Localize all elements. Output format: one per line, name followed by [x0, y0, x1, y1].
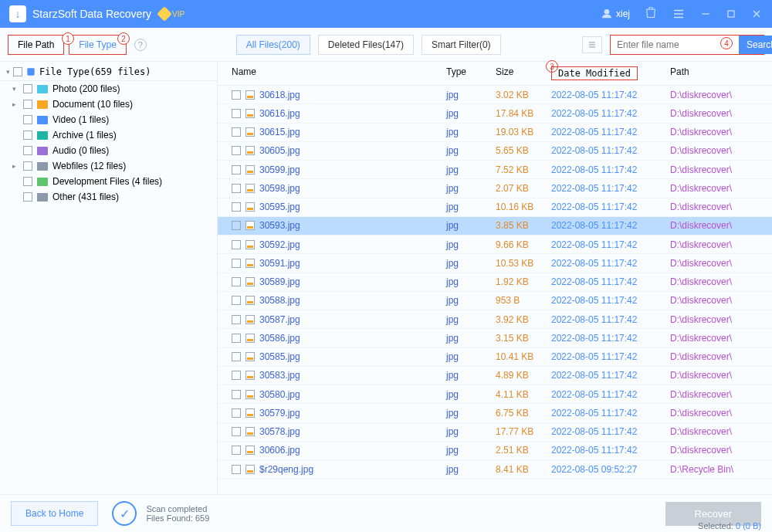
tree-item[interactable]: ▸Webfiles (12 files) [0, 158, 217, 174]
svg-rect-1 [728, 11, 734, 17]
file-icon [245, 371, 255, 380]
table-row[interactable]: 30588.jpgjpg953 B2022-08-05 11:17:42D:\d… [218, 292, 772, 310]
file-icon [245, 146, 255, 155]
checkbox[interactable] [232, 390, 241, 399]
tree-item[interactable]: Archive (1 files) [0, 127, 217, 143]
checkbox[interactable] [23, 192, 32, 202]
view-mode-toggle[interactable] [582, 36, 602, 53]
table-row[interactable]: 30593.jpgjpg3.85 KB2022-08-05 11:17:42D:… [218, 217, 772, 236]
table-row[interactable]: 30605.jpgjpg5.65 KB2022-08-05 11:17:42D:… [218, 142, 772, 161]
file-list: Name Type Size Date Modified Path 30618.… [218, 62, 772, 494]
table-row[interactable]: 30580.jpgjpg4.11 KB2022-08-05 11:17:42D:… [218, 385, 772, 404]
checkbox[interactable] [232, 408, 241, 418]
checkbox[interactable] [232, 127, 241, 137]
table-row[interactable]: 30599.jpgjpg7.52 KB2022-08-05 11:17:42D:… [218, 161, 772, 179]
checkbox[interactable] [232, 352, 241, 361]
table-row[interactable]: 30616.jpgjpg17.84 KB2022-08-05 11:17:42D… [218, 104, 772, 123]
selected-info: Selected: 0 (0 B) [698, 521, 761, 530]
scan-status: Scan completed [146, 504, 209, 513]
checkbox[interactable] [232, 90, 241, 100]
checkbox[interactable] [23, 146, 32, 155]
cart-icon[interactable] [644, 7, 658, 21]
file-icon [245, 334, 255, 343]
tree-item[interactable]: ▾Photo (200 files) [0, 81, 217, 97]
table-row[interactable]: 30578.jpgjpg17.77 KB2022-08-05 11:17:42D… [218, 423, 772, 442]
checkbox[interactable] [23, 100, 32, 109]
folder-icon [37, 147, 48, 155]
file-icon [245, 446, 255, 455]
checkbox[interactable] [232, 259, 241, 268]
minimize-icon[interactable] [699, 8, 712, 20]
table-row[interactable]: 30598.jpgjpg2.07 KB2022-08-05 11:17:42D:… [218, 179, 772, 198]
filter-deleted-files[interactable]: Deleted Files(147) [318, 35, 414, 55]
table-row[interactable]: 30583.jpgjpg4.89 KB2022-08-05 11:17:42D:… [218, 367, 772, 385]
table-row[interactable]: 30615.jpgjpg19.03 KB2022-08-05 11:17:42D… [218, 124, 772, 142]
filter-all-files[interactable]: All Files(200) [236, 35, 310, 55]
checkbox[interactable] [13, 67, 22, 76]
checkbox[interactable] [232, 296, 241, 305]
checkbox[interactable] [232, 202, 241, 212]
col-name[interactable]: Name [218, 66, 446, 80]
annotation-4: 4 [720, 37, 733, 49]
help-icon[interactable]: ? [134, 39, 147, 51]
user-account[interactable]: xiej [601, 8, 630, 20]
checkbox[interactable] [232, 146, 241, 155]
tree-item[interactable]: Video (1 files) [0, 112, 217, 127]
checkbox[interactable] [23, 177, 32, 186]
checkbox[interactable] [232, 371, 241, 380]
col-date[interactable]: Date Modified [551, 66, 670, 80]
table-row[interactable]: 30587.jpgjpg3.92 KB2022-08-05 11:17:42D:… [218, 310, 772, 329]
col-type[interactable]: Type [446, 66, 496, 80]
folder-icon [37, 178, 48, 186]
checkbox[interactable] [232, 446, 241, 455]
folder-icon [37, 100, 48, 109]
file-icon [245, 427, 255, 436]
table-row[interactable]: $r29qeng.jpgjpg8.41 KB2022-08-05 09:52:2… [218, 460, 772, 479]
checkbox[interactable] [23, 84, 32, 93]
table-row[interactable]: 30618.jpgjpg3.02 KB2022-08-05 11:17:42D:… [218, 86, 772, 104]
file-icon [245, 221, 255, 230]
tab-file-path[interactable]: File Path [8, 35, 64, 55]
checkbox[interactable] [232, 165, 241, 175]
checkbox[interactable] [232, 334, 241, 343]
tree-item[interactable]: ▸Document (10 files) [0, 97, 217, 112]
menu-icon[interactable] [672, 7, 686, 21]
table-row[interactable]: 30586.jpgjpg3.15 KB2022-08-05 11:17:42D:… [218, 329, 772, 347]
file-icon [245, 240, 255, 249]
filter-smart[interactable]: Smart Filter(0) [422, 35, 501, 55]
table-row[interactable]: 30606.jpgjpg2.51 KB2022-08-05 11:17:42D:… [218, 442, 772, 460]
search-input[interactable] [611, 36, 739, 54]
checkbox[interactable] [232, 465, 241, 474]
checkbox[interactable] [232, 315, 241, 324]
col-size[interactable]: Size [496, 66, 551, 80]
title-bar: ↓ StarzSoft Data Recovery VIP xiej [0, 0, 772, 28]
search-button[interactable]: Search [739, 36, 772, 54]
checkbox[interactable] [23, 161, 32, 171]
checkbox[interactable] [23, 115, 32, 124]
col-path[interactable]: Path [670, 66, 772, 80]
file-icon [245, 184, 255, 193]
svg-point-0 [604, 10, 608, 14]
tree-root[interactable]: ▾ File Type(659 files) [0, 63, 217, 81]
table-row[interactable]: 30579.jpgjpg6.75 KB2022-08-05 11:17:42D:… [218, 404, 772, 422]
table-row[interactable]: 30592.jpgjpg9.66 KB2022-08-05 11:17:42D:… [218, 236, 772, 254]
checkbox[interactable] [232, 427, 241, 436]
checkbox[interactable] [232, 277, 241, 286]
maximize-icon[interactable] [726, 8, 736, 19]
checkbox[interactable] [232, 221, 241, 230]
logo-icon: ↓ [9, 5, 26, 22]
close-icon[interactable] [750, 8, 763, 20]
back-to-home-button[interactable]: Back to Home [11, 501, 98, 526]
table-row[interactable]: 30591.jpgjpg10.53 KB2022-08-05 11:17:42D… [218, 254, 772, 273]
tree-item[interactable]: Audio (0 files) [0, 143, 217, 158]
table-row[interactable]: 30585.jpgjpg10.41 KB2022-08-05 11:17:42D… [218, 348, 772, 367]
tree-item[interactable]: Other (431 files) [0, 189, 217, 205]
checkbox[interactable] [232, 240, 241, 249]
table-row[interactable]: 30595.jpgjpg10.16 KB2022-08-05 11:17:42D… [218, 198, 772, 217]
tree-item[interactable]: Development Files (4 files) [0, 174, 217, 189]
checkbox[interactable] [232, 184, 241, 193]
table-row[interactable]: 30589.jpgjpg1.92 KB2022-08-05 11:17:42D:… [218, 273, 772, 292]
checkbox[interactable] [232, 109, 241, 118]
checkbox[interactable] [23, 130, 32, 140]
vip-badge[interactable]: VIP [159, 8, 185, 19]
